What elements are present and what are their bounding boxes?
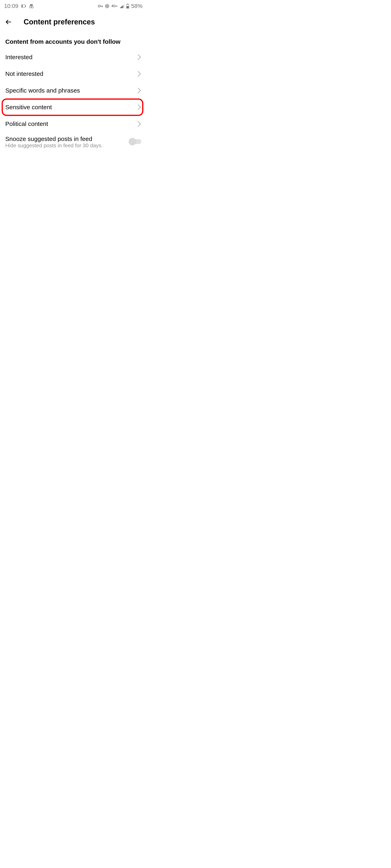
list-item-specific-words[interactable]: Specific words and phrases: [0, 82, 147, 99]
list-item-label: Specific words and phrases: [5, 87, 80, 94]
list-item-sensitive-content[interactable]: Sensitive content: [0, 99, 147, 116]
toggle-text: Snooze suggested posts in feed Hide sugg…: [5, 135, 126, 149]
back-button[interactable]: [4, 17, 13, 27]
svg-rect-11: [127, 6, 129, 8]
incognito-icon: [29, 4, 34, 8]
chevron-right-icon: [137, 70, 141, 77]
signal-icon: [120, 4, 124, 8]
page-title: Content preferences: [24, 18, 95, 26]
status-time: 10:09: [4, 3, 18, 9]
svg-point-5: [98, 5, 100, 7]
header: Content preferences: [0, 12, 147, 32]
list-item-label: Interested: [5, 54, 32, 61]
toggle-description: Hide suggested posts in feed for 30 days…: [5, 143, 126, 149]
hotspot-icon: [105, 4, 109, 8]
list-item-interested[interactable]: Interested: [0, 49, 147, 65]
arrow-left-icon: [4, 18, 12, 26]
list-item-label: Sensitive content: [5, 104, 52, 111]
chevron-right-icon: [137, 87, 141, 94]
toggle-switch-snooze[interactable]: [130, 139, 141, 144]
section-heading: Content from accounts you don't follow: [0, 32, 147, 49]
status-left: 10:09: [4, 3, 34, 9]
chevron-right-icon: [137, 121, 141, 127]
battery-icon: [126, 4, 129, 8]
svg-point-4: [32, 6, 33, 8]
toggle-label: Snooze suggested posts in feed: [5, 135, 126, 143]
status-bar: 10:09: [0, 0, 147, 12]
network-type: 4G+: [111, 4, 118, 8]
list-item-political-content[interactable]: Political content: [0, 116, 147, 132]
chevron-right-icon: [137, 104, 141, 111]
svg-point-8: [107, 6, 108, 6]
list-item-not-interested[interactable]: Not interested: [0, 65, 147, 82]
svg-point-3: [30, 6, 31, 8]
status-right: 4G+ 58%: [98, 3, 143, 9]
list-item-label: Political content: [5, 120, 48, 127]
battery-percent: 58%: [131, 3, 143, 9]
toggle-thumb: [129, 138, 136, 145]
phone-screen: 10:09: [0, 0, 147, 152]
battery-small-icon: [21, 4, 26, 8]
key-icon: [98, 5, 103, 7]
toggle-item-snooze: Snooze suggested posts in feed Hide sugg…: [0, 132, 147, 152]
svg-rect-1: [22, 5, 23, 7]
chevron-right-icon: [137, 54, 141, 60]
svg-rect-2: [25, 5, 26, 7]
list-item-label: Not interested: [5, 70, 44, 77]
